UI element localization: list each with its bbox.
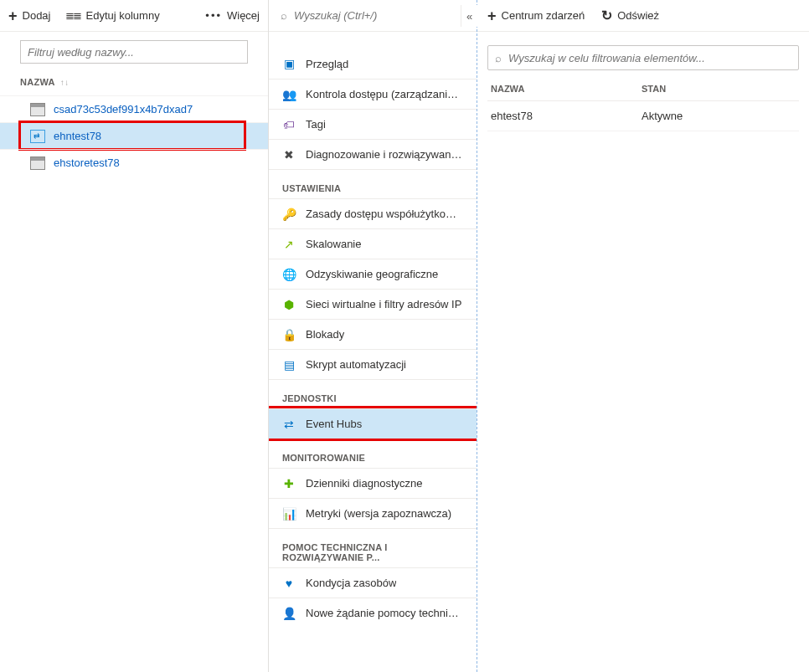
menu-item-label: Przegląd bbox=[306, 58, 348, 70]
storage-account-icon bbox=[30, 156, 45, 170]
vnet-icon: ⬢ bbox=[282, 298, 296, 311]
panel1-toolbar: + Dodaj ≣≣ Edytuj kolumny ••• Więcej bbox=[0, 0, 268, 32]
health-icon: ♥ bbox=[282, 577, 296, 590]
menu-section-title: JEDNOSTKI bbox=[269, 379, 477, 408]
menu-item-health[interactable]: ♥Kondycja zasobów bbox=[269, 567, 477, 598]
support-icon: 👤 bbox=[282, 607, 296, 620]
menu-search-input[interactable] bbox=[294, 9, 465, 22]
edit-columns-label: Edytuj kolumny bbox=[85, 9, 159, 22]
menu-item-label: Odzyskiwanie geograficzne bbox=[306, 268, 438, 280]
diag-icon: ✚ bbox=[282, 477, 296, 490]
menu-item-label: Tagi bbox=[306, 118, 326, 131]
menu-item-label: Kontrola dostępu (zarządzanie d.. bbox=[306, 88, 463, 100]
resource-row-label: csad73c53def991x4b7dxad7 bbox=[54, 103, 193, 115]
chevron-left-icon: « bbox=[466, 10, 472, 23]
resource-row[interactable]: csad73c53def991x4b7dxad7 bbox=[0, 95, 268, 122]
menu-item-script[interactable]: ▤Skrypt automatyzacji bbox=[269, 349, 477, 379]
columns-icon: ≣≣ bbox=[65, 9, 80, 22]
menu-item-lock[interactable]: 🔒Blokady bbox=[269, 319, 477, 349]
resource-list: csad73c53def991x4b7dxad7ehntest78ehstore… bbox=[0, 95, 268, 176]
cell-name: ehtest78 bbox=[491, 110, 642, 122]
menu-item-overview[interactable]: ▣Przegląd bbox=[269, 49, 477, 79]
resource-row[interactable]: ehntest78 bbox=[0, 122, 268, 149]
people-icon: 👥 bbox=[282, 88, 296, 101]
event-hubs-namespace-icon bbox=[30, 130, 45, 143]
search-icon: ⌕ bbox=[495, 52, 502, 64]
menu-item-vnet[interactable]: ⬢Sieci wirtualne i filtry adresów IP bbox=[269, 289, 477, 319]
refresh-button[interactable]: ↻ Odśwież bbox=[601, 8, 659, 23]
menu-item-people[interactable]: 👥Kontrola dostępu (zarządzanie d.. bbox=[269, 79, 477, 109]
metrics-icon: 📊 bbox=[282, 507, 296, 521]
menu-item-label: Sieci wirtualne i filtry adresów IP bbox=[306, 298, 461, 310]
menu-item-globe[interactable]: 🌐Odzyskiwanie geograficzne bbox=[269, 259, 477, 289]
menu-item-label: Zasady dostępu współużytkowa.. bbox=[306, 208, 463, 220]
key-icon: 🔑 bbox=[282, 208, 296, 221]
menu-item-scale[interactable]: ↗Skalowanie bbox=[269, 228, 477, 259]
more-label: Więcej bbox=[227, 9, 260, 22]
panel3-search-wrap: ⌕ bbox=[487, 45, 799, 70]
panel3-search-input[interactable] bbox=[508, 52, 791, 64]
menu-item-label: Dzienniki diagnostyczne bbox=[306, 477, 422, 490]
plus-icon: + bbox=[8, 8, 18, 23]
tag-icon: 🏷 bbox=[282, 118, 296, 131]
edit-columns-button[interactable]: ≣≣ Edytuj kolumny bbox=[65, 9, 159, 22]
table-header: NAZWA STAN bbox=[487, 77, 799, 101]
sort-icon: ↑↓ bbox=[60, 78, 70, 87]
menu-item-key[interactable]: 🔑Zasady dostępu współużytkowa.. bbox=[269, 198, 477, 228]
resource-row-label: ehstoretest78 bbox=[54, 156, 120, 169]
filter-input-wrap bbox=[20, 40, 248, 64]
column-header-name-label: NAZWA bbox=[20, 77, 55, 87]
col-header-name[interactable]: NAZWA bbox=[491, 84, 642, 94]
add-button[interactable]: + Dodaj bbox=[8, 8, 50, 23]
collapse-blade-button[interactable]: « bbox=[461, 5, 477, 27]
table-body: ehtest78Aktywne bbox=[487, 101, 799, 131]
resource-row[interactable]: ehstoretest78 bbox=[0, 149, 268, 176]
tools-icon: ✖ bbox=[282, 148, 296, 162]
menu-item-support[interactable]: 👤Nowe żądanie pomocy technicznej bbox=[269, 598, 477, 628]
lock-icon: 🔒 bbox=[282, 328, 296, 341]
menu-item-label: Blokady bbox=[306, 328, 344, 341]
filter-input[interactable] bbox=[20, 40, 248, 64]
storage-account-icon bbox=[30, 103, 45, 116]
menu-body: ▣Przegląd👥Kontrola dostępu (zarządzanie … bbox=[269, 32, 477, 672]
add-event-hub-button[interactable]: + Centrum zdarzeń bbox=[487, 8, 585, 23]
menu-section-title: USTAWIENIA bbox=[269, 169, 477, 198]
panel3-toolbar: + Centrum zdarzeń ↻ Odśwież bbox=[477, 0, 809, 32]
menu-item-tag[interactable]: 🏷Tagi bbox=[269, 109, 477, 139]
refresh-icon: ↻ bbox=[601, 8, 612, 23]
menu-item-diag[interactable]: ✚Dzienniki diagnostyczne bbox=[269, 468, 477, 498]
cell-status: Aktywne bbox=[642, 110, 796, 122]
resource-list-panel: + Dodaj ≣≣ Edytuj kolumny ••• Więcej NAZ… bbox=[0, 0, 269, 672]
menu-item-label: Skrypt automatyzacji bbox=[306, 358, 406, 371]
script-icon: ▤ bbox=[282, 358, 296, 372]
menu-section-title: MONITOROWANIE bbox=[269, 439, 477, 468]
menu-item-metrics[interactable]: 📊Metryki (wersja zapoznawcza) bbox=[269, 498, 477, 528]
menu-item-label: Skalowanie bbox=[306, 238, 362, 250]
add-label: Dodaj bbox=[23, 9, 51, 22]
scale-icon: ↗ bbox=[282, 238, 296, 251]
refresh-label: Odśwież bbox=[617, 9, 659, 22]
overview-icon: ▣ bbox=[282, 57, 296, 70]
more-icon: ••• bbox=[205, 9, 222, 22]
globe-icon: 🌐 bbox=[282, 268, 296, 281]
more-button[interactable]: ••• Więcej bbox=[205, 9, 260, 22]
menu-item-label: Kondycja zasobów bbox=[306, 577, 396, 589]
resource-row-label: ehntest78 bbox=[54, 130, 101, 142]
menu-item-tools[interactable]: ✖Diagnozowanie i rozwiązywanie.. bbox=[269, 139, 477, 169]
menu-item-label: Metryki (wersja zapoznawcza) bbox=[306, 507, 451, 520]
menu-item-label: Diagnozowanie i rozwiązywanie.. bbox=[306, 148, 463, 161]
col-header-status[interactable]: STAN bbox=[642, 84, 796, 94]
column-header-name[interactable]: NAZWA ↑↓ bbox=[0, 77, 268, 87]
menu-item-label: Event Hubs bbox=[306, 418, 362, 430]
menu-item-label: Nowe żądanie pomocy technicznej bbox=[306, 607, 463, 619]
menu-item-eventhubs[interactable]: ⇄Event Hubs bbox=[269, 408, 477, 439]
plus-icon: + bbox=[487, 8, 497, 23]
search-icon: ⌕ bbox=[281, 9, 287, 22]
table-row[interactable]: ehtest78Aktywne bbox=[487, 101, 799, 131]
content-panel: + Centrum zdarzeń ↻ Odśwież ⌕ NAZWA STAN… bbox=[477, 0, 809, 672]
menu-blade: ⌕ « ▣Przegląd👥Kontrola dostępu (zarządza… bbox=[269, 0, 477, 672]
event-hubs-table: NAZWA STAN ehtest78Aktywne bbox=[487, 77, 799, 131]
add-event-hub-label: Centrum zdarzeń bbox=[502, 9, 585, 22]
menu-section-title: POMOC TECHNICZNA I ROZWIĄZYWANIE P... bbox=[269, 528, 477, 567]
eventhubs-icon: ⇄ bbox=[282, 418, 296, 431]
